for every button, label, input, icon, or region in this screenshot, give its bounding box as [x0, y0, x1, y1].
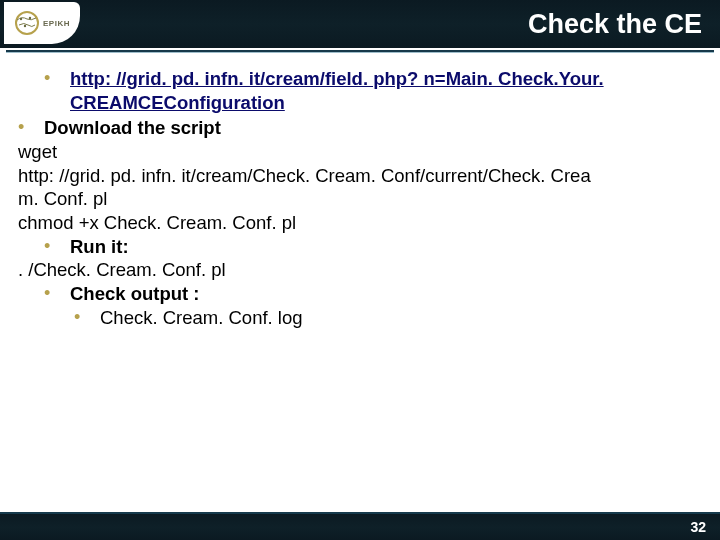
slide-body: • http: //grid. pd. infn. it/cream/field… — [0, 53, 720, 512]
bullet-icon: • — [44, 235, 70, 259]
bullet-icon: • — [74, 306, 100, 330]
cmd-line: chmod +x Check. Cream. Conf. pl — [18, 211, 702, 235]
svg-point-0 — [16, 12, 38, 34]
bullet-icon: • — [18, 116, 44, 140]
bullet-label: Download the script — [44, 116, 221, 140]
slide-footer: 32 — [0, 512, 720, 540]
cmd-line: m. Conf. pl — [18, 187, 702, 211]
bullet-icon: • — [44, 282, 70, 306]
bullet-label: Run it: — [70, 235, 129, 259]
svg-point-2 — [29, 17, 31, 19]
bullet-label: Check output : — [70, 282, 200, 306]
slide-title: Check the CE — [528, 9, 702, 40]
globe-icon — [14, 10, 40, 36]
slide: EPIKH Check the CE • http: //grid. pd. i… — [0, 0, 720, 540]
cmd-line: http: //grid. pd. infn. it/cream/Check. … — [18, 164, 702, 188]
cmd-line: . /Check. Cream. Conf. pl — [18, 258, 702, 282]
config-link[interactable]: http: //grid. pd. infn. it/cream/field. … — [70, 67, 702, 114]
bullet-icon: • — [44, 67, 70, 114]
svg-point-3 — [24, 25, 26, 27]
cmd-line: wget — [18, 140, 702, 164]
bullet-run: • Run it: — [18, 235, 702, 259]
logo-inner: EPIKH — [14, 10, 70, 36]
bullet-download: • Download the script — [18, 116, 702, 140]
bullet-label: Check. Cream. Conf. log — [100, 306, 303, 330]
bullet-link: • http: //grid. pd. infn. it/cream/field… — [18, 67, 702, 114]
svg-point-1 — [20, 18, 22, 20]
bullet-log: • Check. Cream. Conf. log — [18, 306, 702, 330]
bullet-check: • Check output : — [18, 282, 702, 306]
logo-text: EPIKH — [43, 19, 70, 28]
logo: EPIKH — [4, 2, 80, 44]
page-number: 32 — [690, 519, 706, 535]
slide-header: EPIKH Check the CE — [0, 0, 720, 48]
